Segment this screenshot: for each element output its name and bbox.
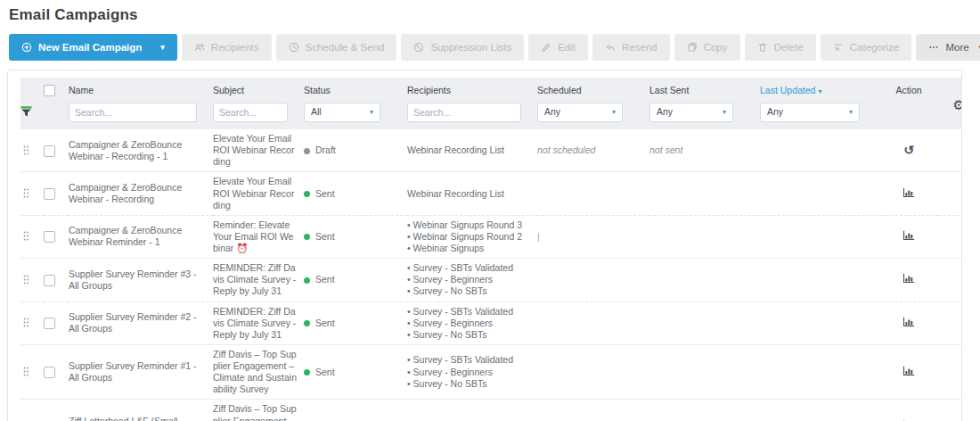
row-checkbox[interactable] [44,188,55,200]
campaign-recipients: • Survey - SBTs Validated• Survey - Begi… [407,259,537,301]
campaign-last-sent [649,172,760,215]
campaign-status: Draft [304,129,407,172]
campaign-recipients: • Webinar Signups Round 3• Webinar Signu… [407,215,537,258]
recipients-search-input[interactable] [407,103,521,122]
button-label: Copy [704,42,728,53]
categorize-icon [833,42,844,53]
delete-button[interactable]: Delete [745,34,816,61]
button-label: Schedule & Send [306,42,385,53]
chevron-down-icon: ▾ [723,108,726,117]
table-body: Campaigner & ZeroBounce Webinar - Record… [20,129,962,421]
campaigns-table: Name Subject Status Recipients Scheduled… [20,78,962,421]
recipient-list-item: • Survey - SBTs Validated [407,262,530,274]
chart-icon[interactable] [902,366,915,376]
row-checkbox[interactable] [44,145,55,157]
row-checkbox[interactable] [44,367,55,378]
drag-handle[interactable] [20,229,32,243]
clock-icon [289,42,299,53]
button-label: Resend [622,42,657,53]
row-checkbox[interactable] [44,318,55,329]
schedule-send-button[interactable]: Schedule & Send [276,34,397,61]
campaign-name: Supplier Survey Reminder #3 - All Groups [69,259,213,301]
last-sent-filter-select[interactable]: Any▾ [649,103,733,122]
campaign-last-sent [649,344,760,400]
suppression-lists-button[interactable]: Suppression Lists [401,34,524,61]
status-dot-icon [304,369,310,376]
column-header-scheduled[interactable]: Scheduled [537,78,649,99]
row-checkbox[interactable] [44,231,55,243]
name-search-input[interactable] [69,103,197,122]
recipient-list-item: Webinar Recording List [407,188,530,200]
chart-icon[interactable] [902,187,915,198]
campaign-scheduled [537,344,649,400]
drag-handle[interactable] [20,273,32,286]
last-updated-filter-select[interactable]: Any▾ [760,103,860,122]
column-header-name[interactable]: Name [69,78,213,99]
status-filter-select[interactable]: All▾ [304,103,380,122]
campaign-scheduled: | [537,215,649,258]
recipient-list-item: • Survey - Beginners [407,274,530,285]
edit-button[interactable]: Edit [528,34,588,61]
chevron-down-icon: ▾ [849,108,853,117]
scheduled-filter-select[interactable]: Any▾ [537,103,623,122]
gear-spacer [938,301,962,344]
new-email-campaign-button[interactable]: New Email Campaign▾ [9,34,177,61]
table-settings-gear-icon[interactable]: ⚙ [953,97,962,112]
drag-handle[interactable] [20,186,32,200]
campaign-recipients: Survey - No SBTs [407,400,537,421]
campaign-status: Sent [304,301,407,344]
trash-icon [757,42,768,53]
select-all-cell [44,78,69,99]
chart-icon[interactable] [902,273,915,284]
ban-icon [413,42,424,53]
chevron-down-icon: ▾ [370,108,373,117]
column-header-subject[interactable]: Subject [213,78,304,99]
campaign-name: Campaigner & ZeroBounce Webinar - Record… [69,172,213,215]
recipients-button[interactable]: Recipients [182,34,272,61]
campaign-last-updated [760,172,886,215]
drag-handle[interactable] [20,365,32,378]
campaign-recipients: Webinar Recording List [407,172,537,215]
button-label: New Email Campaign [38,42,142,53]
campaign-action-cell [886,259,938,301]
campaign-subject: Elevate Your Email ROI Webinar Recording [213,129,304,172]
copy-button[interactable]: Copy [674,34,740,61]
campaign-last-sent [649,215,760,258]
campaign-name: Campaigner & ZeroBounce Webinar Reminder… [69,215,213,258]
drag-handle[interactable] [20,316,32,329]
sort-caret-icon: ▾ [818,87,821,95]
campaign-action-cell [886,172,938,215]
gear-spacer [938,215,962,258]
select-all-checkbox[interactable] [44,85,55,96]
categorize-button[interactable]: Categorize [821,34,912,61]
resend-button[interactable]: Resend [592,34,670,61]
status-label: Sent [315,318,335,328]
status-dot-icon [304,234,310,240]
column-header-last-sent[interactable]: Last Sent [649,78,760,99]
more-button[interactable]: More▾ [916,34,980,61]
table-row: Campaigner & ZeroBounce Webinar - Record… [20,129,962,172]
filter-funnel-cell [20,99,44,129]
campaign-action-cell [886,344,938,400]
toolbar: New Email Campaign▾RecipientsSchedule & … [9,34,980,61]
subject-search-input[interactable] [213,103,288,122]
table-row: Supplier Survey Reminder #3 - All Groups… [20,259,962,301]
page-title: Email Campaigns [9,6,980,24]
filter-funnel-icon[interactable] [20,105,32,117]
recipient-list-item: • Webinar Signups [407,243,530,254]
row-checkbox[interactable] [44,275,55,286]
gear-spacer [938,344,962,400]
chart-icon[interactable] [902,317,915,327]
column-header-recipients[interactable]: Recipients [407,78,537,99]
status-dot-icon [304,320,310,326]
history-icon[interactable]: ↺ [903,144,914,156]
chart-icon[interactable] [902,230,915,241]
status-dot-icon [304,148,310,154]
column-header-status[interactable]: Status [304,78,407,99]
button-label: Recipients [211,42,259,53]
column-header-last-updated[interactable]: Last Updated▾ [760,78,886,99]
drag-handle[interactable] [20,144,32,157]
recipient-list-item: • Survey - Beginners [407,318,530,329]
campaign-name: Ziff Letterhead L&F (Small Logo - No Img… [69,400,213,421]
button-label: Edit [558,42,576,53]
